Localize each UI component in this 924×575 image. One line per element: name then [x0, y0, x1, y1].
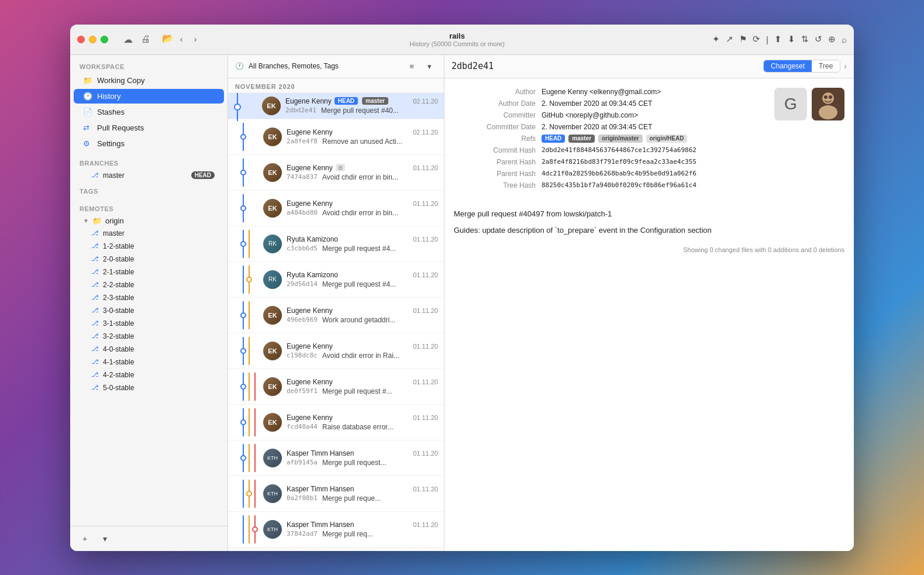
remote-branch-2-3-stable[interactable]: ⎇ 2-3-stable	[74, 292, 224, 304]
sidebar-item-history[interactable]: 🕐 History	[74, 89, 224, 104]
commit-row[interactable]: EK Eugene Kenny 01.11.20 c198dc8c Avoid …	[228, 333, 444, 369]
commit-hash: 29d56d14	[287, 280, 318, 288]
commit-message: Work around getaddri...	[322, 316, 395, 324]
chevron-down-button[interactable]: ▾	[97, 531, 112, 546]
commit-row[interactable]: EK Eugene Kenny 01.11.20 de0f59f1 Merge …	[228, 369, 444, 405]
action-icon-1[interactable]: ✦	[712, 34, 720, 44]
commit-info: Eugene Kenny 01.11.20 de0f59f1 Merge pul…	[287, 378, 438, 395]
commit-row[interactable]: KTH Kasper Timm Hansen 01.11.20 37842ad7…	[228, 512, 444, 548]
maximize-button[interactable]	[101, 36, 108, 43]
action-icon-8[interactable]: ⇅	[801, 34, 809, 44]
folder-open-icon[interactable]: 📂	[162, 33, 174, 46]
icon-placeholder: ⊞	[336, 164, 345, 171]
commit-date: 01.11.20	[413, 450, 438, 457]
remote-branch-icon: ⎇	[91, 242, 99, 250]
sidebar-item-stashes[interactable]: 📄 Stashes	[74, 105, 224, 119]
cloud-icon[interactable]: ☁	[123, 34, 133, 45]
search-icon[interactable]: ⌕	[842, 35, 847, 44]
svg-point-19	[241, 349, 246, 353]
commit-info: Eugene Kenny 01.11.20 a484bd80 Avoid chd…	[287, 199, 438, 217]
remote-branch-master[interactable]: ⎇ master	[74, 228, 224, 239]
settings-label: Settings	[97, 139, 125, 148]
back-button[interactable]: ‹	[175, 33, 188, 46]
remote-branch-4-1-stable[interactable]: ⎇ 4-1-stable	[74, 356, 224, 368]
remotes-origin-header[interactable]: ▼ 📁 origin	[70, 215, 227, 227]
commit-row[interactable]: EK Eugene Kenny HEAD master 02.11.20 2db…	[228, 93, 444, 119]
committer-avatar-github: G	[774, 88, 807, 120]
changeset-tab[interactable]: Changeset	[764, 60, 812, 72]
remote-2-0-stable-label: 2-0-stable	[103, 255, 134, 263]
remote-2-2-stable-label: 2-2-stable	[103, 281, 134, 289]
commit-info: Eugene Kenny ⊞ 01.11.20 7474a837 Avoid c…	[287, 164, 438, 181]
remote-branch-2-2-stable[interactable]: ⎇ 2-2-stable	[74, 279, 224, 291]
folder-icon[interactable]: 🖨	[141, 34, 150, 45]
svg-point-27	[241, 420, 246, 425]
tree-tab[interactable]: Tree	[812, 60, 840, 72]
commit-hash: 37842ad7	[287, 530, 318, 538]
remote-branch-3-2-stable[interactable]: ⎇ 3-2-stable	[74, 330, 224, 342]
action-icon-4[interactable]: ⟳	[753, 34, 760, 44]
commit-row[interactable]: EK Eugene Kenny 01.11.20 fcd40a44 Raise …	[228, 405, 444, 440]
commit-hash-value: 2dbd2e41f884845637644867ce1c392754a69862	[542, 146, 765, 154]
sidebar-bottom: + ▾	[70, 526, 227, 551]
commit-avatar: KTH	[263, 520, 282, 539]
commit-row[interactable]: KTH Kasper Timm Hansen 01.11.20 0a2f08b1…	[228, 476, 444, 512]
commit-row[interactable]: RK Ryuta Kamizono 01.11.20 29d56d14 Merg…	[228, 262, 444, 298]
author-key: Author	[454, 88, 536, 96]
action-icon-2[interactable]: ↗	[726, 34, 733, 44]
remote-branch-1-2-stable[interactable]: ⎇ 1-2-stable	[74, 240, 224, 252]
remote-branch-4-2-stable[interactable]: ⎇ 4-2-stable	[74, 369, 224, 381]
parent-hash-key: Parent Hash	[454, 158, 536, 166]
list-view-button[interactable]: ≡	[404, 60, 419, 73]
action-icon-5[interactable]: |	[766, 35, 768, 44]
action-icon-10[interactable]: ⊕	[828, 34, 836, 44]
commit-info: Ryuta Kamizono 01.11.20 c3cbb6d5 Merge p…	[287, 235, 438, 253]
action-icon-7[interactable]: ⬇	[788, 34, 795, 44]
remote-branch-4-0-stable[interactable]: ⎇ 4-0-stable	[74, 343, 224, 355]
sidebar-branch-master[interactable]: ⎇ master HEAD	[74, 170, 224, 181]
remote-3-0-stable-label: 3-0-stable	[103, 307, 134, 315]
commit-hash: 0a2f08b1	[287, 494, 318, 502]
svg-point-39	[253, 527, 257, 532]
commit-message: Merge pull request #40...	[321, 106, 399, 115]
sidebar-item-settings[interactable]: ⚙ Settings	[74, 136, 224, 151]
commit-row[interactable]: RK Ryuta Kamizono 01.11.20 c3cbb6d5 Merg…	[228, 226, 444, 262]
add-button[interactable]: +	[77, 531, 92, 546]
ref-head-tag: HEAD	[335, 97, 358, 105]
pull-requests-label: Pull Requests	[97, 123, 144, 132]
diff-stats: Showing 0 changed files with 0 additions…	[454, 246, 844, 253]
sidebar-item-working-copy[interactable]: 📁 Working Copy	[74, 73, 224, 88]
remote-branch-3-0-stable[interactable]: ⎇ 3-0-stable	[74, 305, 224, 316]
remote-branch-icon: ⎇	[91, 255, 99, 263]
action-icon-9[interactable]: ↺	[815, 34, 822, 44]
forward-button[interactable]: ›	[189, 33, 202, 46]
remote-branch-2-0-stable[interactable]: ⎇ 2-0-stable	[74, 253, 224, 265]
commit-row[interactable]: EK Eugene Kenny 02.11.20 2a8fe4f8 Remove…	[228, 119, 444, 155]
commit-row[interactable]: KTH Kasper Timm Hansen 01.11.20 afb9145a…	[228, 440, 444, 476]
remote-4-0-stable-label: 4-0-stable	[103, 345, 134, 353]
chevron-down-button[interactable]: ▾	[422, 60, 437, 73]
commit-info: Eugene Kenny HEAD master 02.11.20 2dbd2e…	[285, 97, 438, 115]
commit-row[interactable]: EK Eugene Kenny ⊞ 01.11.20 7474a837 Avoi…	[228, 155, 444, 191]
clock-filter-icon: 🕐	[235, 62, 244, 70]
remote-3-1-stable-label: 3-1-stable	[103, 319, 134, 328]
collapse-detail-button[interactable]: ›	[844, 61, 847, 71]
minimize-button[interactable]	[89, 36, 96, 43]
ref-origin-head-tag: origin/HEAD	[646, 135, 688, 143]
month-header-november: NOVEMBER 2020	[228, 78, 444, 93]
svg-point-1	[235, 104, 240, 110]
remote-branch-5-0-stable[interactable]: ⎇ 5-0-stable	[74, 382, 224, 394]
commit-row[interactable]: EK Eugene Kenny 01.11.20 496eb969 Work a…	[228, 298, 444, 333]
commit-row[interactable]: EK Eugene Kenny 01.11.20 a484bd80 Avoid …	[228, 191, 444, 226]
commit-avatar: KTH	[263, 484, 282, 503]
sidebar-item-pull-requests[interactable]: ⇄ Pull Requests	[74, 120, 224, 135]
action-icon-3[interactable]: ⚑	[739, 34, 747, 44]
action-icon-6[interactable]: ⬆	[774, 34, 782, 44]
commit-avatar: EK	[263, 306, 282, 325]
main-window: ☁ 🖨 📂 ‹ › rails History (50000 Commits o…	[70, 25, 854, 551]
commit-message: Merge pull request #...	[322, 387, 392, 395]
remote-branch-3-1-stable[interactable]: ⎇ 3-1-stable	[74, 318, 224, 329]
commit-hash: fcd40a44	[287, 423, 318, 431]
remote-branch-2-1-stable[interactable]: ⎇ 2-1-stable	[74, 266, 224, 278]
close-button[interactable]	[77, 36, 85, 43]
